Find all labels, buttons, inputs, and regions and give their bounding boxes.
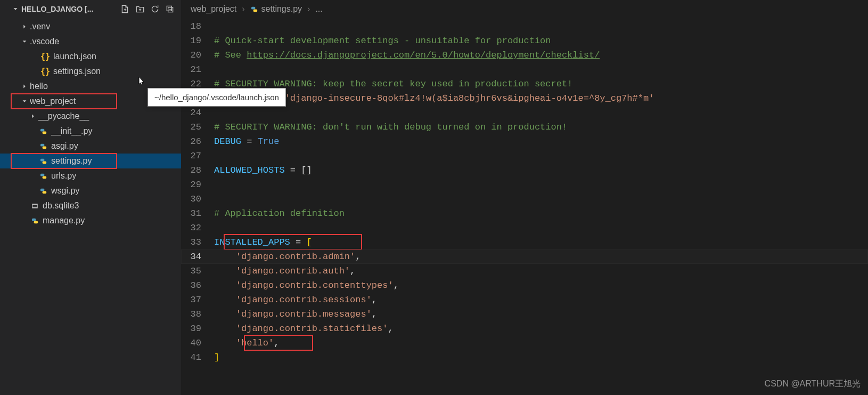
code-line[interactable]: 38 'django.contrib.messages',: [181, 307, 868, 321]
line-number: 36: [181, 278, 214, 293]
file-item-settings-json[interactable]: {}settings.json: [0, 64, 181, 79]
code-line[interactable]: 35 'django.contrib.auth',: [181, 264, 868, 278]
svg-rect-1: [42, 131, 46, 134]
breadcrumb-separator: ›: [242, 4, 244, 14]
chevron-down-icon: [12, 5, 19, 13]
tree-item-label: asgi.py: [51, 141, 78, 151]
code-line[interactable]: 20# See https://docs.djangoproject.com/e…: [181, 48, 868, 62]
svg-rect-9: [42, 191, 46, 194]
tree-item-label: wsgi.py: [51, 186, 79, 196]
svg-rect-11: [34, 221, 38, 223]
explorer-header: HELLO_DJANGO [...: [0, 0, 181, 18]
code-line[interactable]: 34 'django.contrib.admin',: [181, 249, 868, 264]
code-line[interactable]: 36 'django.contrib.contenttypes',: [181, 278, 868, 293]
code-line[interactable]: 18: [181, 19, 868, 34]
tree-item-label: db.sqlite3: [43, 201, 79, 211]
line-number: 40: [181, 336, 214, 350]
editor-pane: web_project›settings.py›... 1819# Quick-…: [181, 0, 868, 395]
python-icon: [38, 157, 48, 165]
json-icon: {}: [40, 67, 50, 76]
svg-rect-13: [253, 9, 257, 12]
line-content: # SECURITY WARNING: don't run with debug…: [214, 120, 567, 134]
breadcrumb-item[interactable]: web_project: [191, 4, 236, 14]
svg-rect-6: [40, 173, 44, 176]
code-line[interactable]: 41]: [181, 350, 868, 365]
breadcrumb-label: web_project: [191, 4, 236, 14]
code-editor[interactable]: 1819# Quick-start development settings -…: [181, 18, 868, 395]
chevron-icon: [20, 23, 29, 30]
line-number: 27: [181, 149, 214, 163]
line-number: 31: [181, 206, 214, 221]
line-content: # Quick-start development settings - uns…: [214, 34, 551, 48]
explorer-title: HELLO_DJANGO [...: [21, 5, 115, 13]
new-file-icon[interactable]: [119, 3, 131, 15]
line-number: 33: [181, 235, 214, 249]
tree-item-label: __pycache__: [38, 111, 89, 121]
chevron-icon: [20, 83, 29, 90]
explorer-sidebar: HELLO_DJANGO [... .venv.vscode{}launch.j…: [0, 0, 181, 395]
tree-item-label: web_project: [30, 96, 76, 106]
folder-item--venv[interactable]: .venv: [0, 19, 181, 34]
file-item-wsgi-py[interactable]: wsgi.py: [0, 183, 181, 198]
code-line[interactable]: 26DEBUG = True: [181, 134, 868, 149]
line-content: # Application definition: [214, 206, 345, 221]
line-number: 25: [181, 120, 214, 134]
line-content: 'django.contrib.admin',: [214, 249, 361, 264]
file-item-asgi-py[interactable]: asgi.py: [0, 139, 181, 154]
breadcrumb[interactable]: web_project›settings.py›...: [181, 0, 868, 18]
line-number: 20: [181, 48, 214, 62]
code-line[interactable]: 24: [181, 106, 868, 120]
folder-item--vscode[interactable]: .vscode: [0, 34, 181, 49]
tree-item-label: launch.json: [53, 52, 96, 61]
code-line[interactable]: 28ALLOWED_HOSTS = []: [181, 163, 868, 178]
collapse-all-icon[interactable]: [164, 3, 176, 15]
file-item-settings-py[interactable]: settings.py: [0, 154, 181, 168]
line-content: ]: [214, 350, 219, 365]
tree-item-label: manage.py: [43, 216, 85, 225]
code-line[interactable]: 30: [181, 192, 868, 206]
file-item-db-sqlite3[interactable]: db.sqlite3: [0, 198, 181, 213]
file-item-launch-json[interactable]: {}launch.json: [0, 49, 181, 64]
breadcrumb-item[interactable]: ...: [315, 4, 322, 14]
tree-item-label: settings.json: [53, 67, 101, 76]
code-line[interactable]: 32: [181, 221, 868, 235]
code-line[interactable]: 39 'django.contrib.staticfiles',: [181, 321, 868, 336]
chevron-icon: [20, 38, 29, 45]
code-line[interactable]: 21: [181, 62, 868, 77]
code-line[interactable]: 27: [181, 149, 868, 163]
tooltip: ~/hello_django/.vscode/launch.json: [148, 88, 286, 107]
refresh-icon[interactable]: [149, 3, 161, 15]
code-line[interactable]: 40 'hello',: [181, 336, 868, 350]
svg-rect-2: [40, 143, 44, 146]
new-folder-icon[interactable]: [134, 3, 146, 15]
tree-item-label: .venv: [30, 22, 50, 31]
code-line[interactable]: 29: [181, 178, 868, 192]
python-icon: [38, 127, 48, 135]
code-line[interactable]: 37 'django.contrib.sessions',: [181, 293, 868, 307]
file-item-urls-py[interactable]: urls.py: [0, 168, 181, 183]
line-number: 21: [181, 62, 214, 77]
breadcrumb-item[interactable]: settings.py: [250, 4, 302, 14]
line-number: 18: [181, 19, 214, 34]
watermark: CSDN @ARTHUR王旭光: [765, 378, 861, 390]
line-number: 19: [181, 34, 214, 48]
line-number: 32: [181, 221, 214, 235]
code-line[interactable]: 33INSTALLED_APPS = [: [181, 235, 868, 249]
python-icon: [38, 142, 48, 150]
explorer-actions: [119, 3, 176, 15]
line-content: DEBUG = True: [214, 134, 279, 149]
folder-item---pycache--[interactable]: __pycache__: [0, 109, 181, 124]
line-number: 35: [181, 264, 214, 278]
code-line[interactable]: 31# Application definition: [181, 206, 868, 221]
tree-item-label: urls.py: [51, 171, 76, 181]
code-line[interactable]: 25# SECURITY WARNING: don't run with deb…: [181, 120, 868, 134]
file-item---init---py[interactable]: __init__.py: [0, 124, 181, 139]
line-number: 34: [181, 249, 214, 264]
svg-rect-5: [42, 161, 46, 164]
line-number: 37: [181, 293, 214, 307]
db-icon: [30, 202, 39, 210]
code-line[interactable]: 19# Quick-start development settings - u…: [181, 34, 868, 48]
json-icon: {}: [40, 52, 50, 61]
file-item-manage-py[interactable]: manage.py: [0, 213, 181, 228]
line-number: 41: [181, 350, 214, 365]
